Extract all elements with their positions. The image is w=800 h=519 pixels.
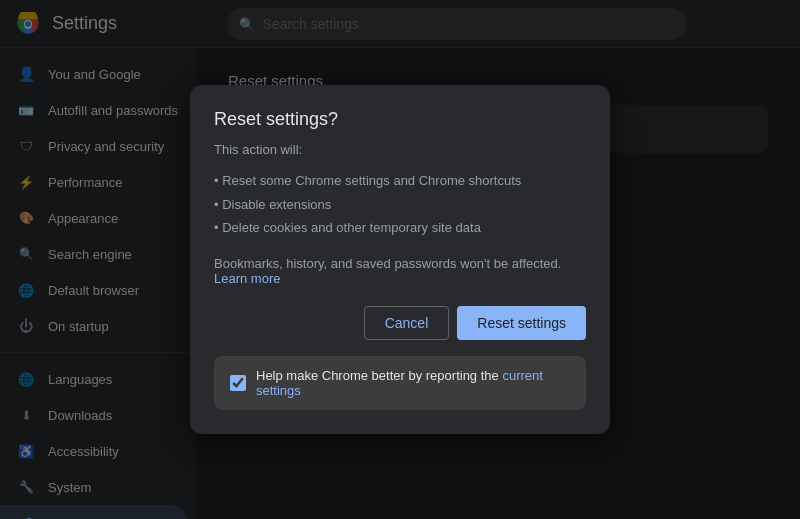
- dialog-checkbox-row: Help make Chrome better by reporting the…: [214, 356, 586, 410]
- dialog-note-text: Bookmarks, history, and saved passwords …: [214, 256, 561, 271]
- dialog-buttons: Cancel Reset settings: [214, 306, 586, 340]
- dialog-title: Reset settings?: [214, 109, 586, 130]
- dialog-overlay: Reset settings? This action will: • Rese…: [196, 48, 800, 519]
- checkbox-label: Help make Chrome better by reporting the…: [256, 368, 570, 398]
- dialog-bullet-3: • Delete cookies and other temporary sit…: [214, 216, 586, 239]
- reset-dialog: Reset settings? This action will: • Rese…: [196, 85, 610, 433]
- report-settings-checkbox[interactable]: [230, 375, 246, 391]
- cancel-button[interactable]: Cancel: [364, 306, 450, 340]
- main-layout: You and Google Autofill and passwords Pr…: [0, 48, 800, 519]
- dialog-note: Bookmarks, history, and saved passwords …: [214, 256, 586, 286]
- dialog-subtitle: This action will:: [214, 142, 586, 157]
- dialog-bullet-2: • Disable extensions: [214, 193, 586, 216]
- dialog-bullet-list: • Reset some Chrome settings and Chrome …: [214, 169, 586, 239]
- dialog-bullet-1: • Reset some Chrome settings and Chrome …: [214, 169, 586, 192]
- content-area: Reset settings Restore settings to their…: [196, 48, 800, 519]
- learn-more-link[interactable]: Learn more: [214, 271, 280, 286]
- reset-settings-button[interactable]: Reset settings: [457, 306, 586, 340]
